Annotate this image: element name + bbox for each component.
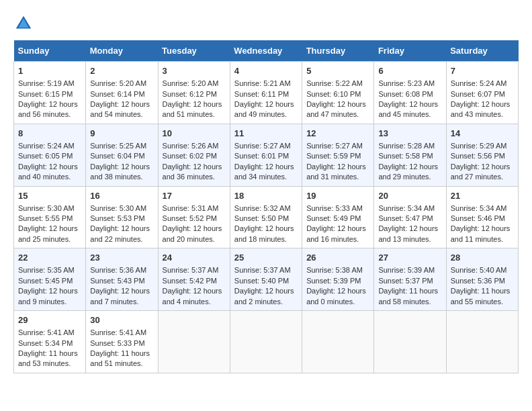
calendar-body: 1Sunrise: 5:19 AMSunset: 6:15 PMDaylight…: [14, 62, 519, 373]
weekday-header-wednesday: Wednesday: [230, 40, 302, 62]
day-info: Sunset: 5:34 PM: [18, 338, 81, 349]
day-info: Sunset: 6:14 PM: [90, 89, 153, 99]
day-info: Sunrise: 5:27 AM: [306, 141, 369, 151]
day-info: Sunset: 6:15 PM: [18, 89, 81, 99]
day-info: Daylight: 12 hours: [378, 224, 441, 234]
day-info: Sunrise: 5:24 AM: [451, 79, 514, 89]
calendar-cell: 12Sunrise: 5:27 AMSunset: 5:59 PMDayligh…: [302, 124, 374, 186]
calendar-row: 22Sunrise: 5:35 AMSunset: 5:45 PMDayligh…: [14, 248, 519, 311]
day-info: Sunset: 5:53 PM: [90, 214, 153, 224]
calendar-cell: 20Sunrise: 5:34 AMSunset: 5:47 PMDayligh…: [374, 186, 446, 248]
day-info: Daylight: 12 hours: [18, 286, 81, 296]
weekday-header-saturday: Saturday: [446, 40, 518, 62]
day-info: Sunset: 6:02 PM: [163, 151, 226, 161]
day-info: Sunrise: 5:32 AM: [234, 203, 298, 214]
calendar-row: 15Sunrise: 5:30 AMSunset: 5:55 PMDayligh…: [14, 186, 519, 248]
calendar-cell: 18Sunrise: 5:32 AMSunset: 5:50 PMDayligh…: [230, 186, 302, 248]
calendar-cell: [446, 311, 518, 373]
weekday-header-tuesday: Tuesday: [158, 40, 230, 62]
day-info: and 40 minutes.: [18, 172, 81, 182]
day-number: 24: [163, 252, 226, 264]
day-info: Daylight: 12 hours: [163, 224, 226, 234]
day-number: 5: [306, 65, 369, 77]
calendar-row: 29Sunrise: 5:41 AMSunset: 5:34 PMDayligh…: [14, 311, 519, 373]
day-info: and 31 minutes.: [306, 172, 369, 182]
calendar-cell: 10Sunrise: 5:26 AMSunset: 6:02 PMDayligh…: [158, 124, 230, 186]
day-info: Daylight: 12 hours: [451, 162, 514, 172]
day-info: Sunset: 5:45 PM: [18, 276, 81, 286]
day-number: 15: [18, 190, 81, 202]
calendar-cell: 29Sunrise: 5:41 AMSunset: 5:34 PMDayligh…: [14, 311, 86, 373]
day-info: Daylight: 12 hours: [234, 99, 298, 109]
day-info: Sunrise: 5:26 AM: [163, 141, 226, 151]
day-info: and 36 minutes.: [163, 172, 226, 182]
day-number: 9: [90, 128, 153, 140]
day-number: 29: [18, 314, 81, 326]
day-info: Daylight: 12 hours: [451, 99, 514, 109]
calendar-cell: 6Sunrise: 5:23 AMSunset: 6:08 PMDaylight…: [374, 62, 446, 124]
day-info: Sunrise: 5:23 AM: [378, 79, 441, 89]
day-info: and 34 minutes.: [234, 172, 298, 182]
day-info: Sunrise: 5:30 AM: [18, 203, 81, 214]
day-number: 7: [451, 65, 514, 77]
day-number: 18: [234, 190, 298, 202]
day-info: Daylight: 12 hours: [234, 286, 298, 296]
day-info: Daylight: 11 hours: [18, 349, 81, 359]
day-info: and 9 minutes.: [18, 297, 81, 307]
day-info: Sunrise: 5:37 AM: [163, 265, 226, 275]
calendar-cell: 1Sunrise: 5:19 AMSunset: 6:15 PMDaylight…: [14, 62, 86, 124]
day-info: and 56 minutes.: [18, 109, 81, 120]
day-info: Sunrise: 5:20 AM: [163, 79, 226, 89]
day-info: Sunrise: 5:35 AM: [18, 265, 81, 275]
day-info: and 20 minutes.: [163, 234, 226, 244]
day-info: Daylight: 12 hours: [90, 286, 153, 296]
day-info: Sunset: 5:49 PM: [306, 214, 369, 224]
calendar-cell: 2Sunrise: 5:20 AMSunset: 6:14 PMDaylight…: [86, 62, 158, 124]
day-info: Sunrise: 5:34 AM: [378, 203, 441, 214]
day-info: Daylight: 12 hours: [306, 286, 369, 296]
day-info: Sunrise: 5:40 AM: [451, 265, 514, 275]
day-info: Sunset: 6:04 PM: [90, 151, 153, 161]
day-info: Daylight: 12 hours: [163, 99, 226, 109]
calendar-cell: 14Sunrise: 5:29 AMSunset: 5:56 PMDayligh…: [446, 124, 518, 186]
day-number: 4: [234, 65, 298, 77]
calendar-cell: 7Sunrise: 5:24 AMSunset: 6:07 PMDaylight…: [446, 62, 518, 124]
day-info: and 4 minutes.: [163, 297, 226, 307]
logo-icon: [13, 13, 34, 34]
calendar-cell: 5Sunrise: 5:22 AMSunset: 6:10 PMDaylight…: [302, 62, 374, 124]
day-info: Sunrise: 5:25 AM: [90, 141, 153, 151]
day-info: Daylight: 12 hours: [163, 162, 226, 172]
calendar-row: 8Sunrise: 5:24 AMSunset: 6:05 PMDaylight…: [14, 124, 519, 186]
day-info: and 55 minutes.: [451, 297, 514, 307]
day-info: Daylight: 12 hours: [451, 224, 514, 234]
weekday-header-row: SundayMondayTuesdayWednesdayThursdayFrid…: [14, 40, 519, 62]
day-info: Sunset: 5:43 PM: [90, 276, 153, 286]
calendar-cell: 4Sunrise: 5:21 AMSunset: 6:11 PMDaylight…: [230, 62, 302, 124]
day-info: Sunrise: 5:20 AM: [90, 79, 153, 89]
day-info: Sunrise: 5:38 AM: [306, 265, 369, 275]
day-info: Sunset: 6:10 PM: [306, 89, 369, 99]
day-number: 14: [451, 128, 514, 140]
day-info: and 43 minutes.: [451, 109, 514, 120]
day-number: 6: [378, 65, 441, 77]
day-info: Sunset: 5:40 PM: [234, 276, 298, 286]
day-info: Sunrise: 5:29 AM: [451, 141, 514, 151]
calendar-cell: [302, 311, 374, 373]
day-info: Sunrise: 5:39 AM: [378, 265, 441, 275]
calendar-cell: 16Sunrise: 5:30 AMSunset: 5:53 PMDayligh…: [86, 186, 158, 248]
day-info: Sunset: 5:36 PM: [451, 276, 514, 286]
day-info: and 11 minutes.: [451, 234, 514, 244]
day-info: and 49 minutes.: [234, 109, 298, 120]
day-number: 20: [378, 190, 441, 202]
day-number: 13: [378, 128, 441, 140]
day-info: and 29 minutes.: [378, 172, 441, 182]
day-info: Daylight: 12 hours: [306, 224, 369, 234]
day-info: Sunset: 5:56 PM: [451, 151, 514, 161]
calendar-cell: 11Sunrise: 5:27 AMSunset: 6:01 PMDayligh…: [230, 124, 302, 186]
day-info: Sunset: 5:33 PM: [90, 338, 153, 349]
day-info: Daylight: 12 hours: [90, 99, 153, 109]
calendar-cell: [158, 311, 230, 373]
day-number: 2: [90, 65, 153, 77]
day-info: and 54 minutes.: [90, 109, 153, 120]
day-info: Sunrise: 5:37 AM: [234, 265, 298, 275]
